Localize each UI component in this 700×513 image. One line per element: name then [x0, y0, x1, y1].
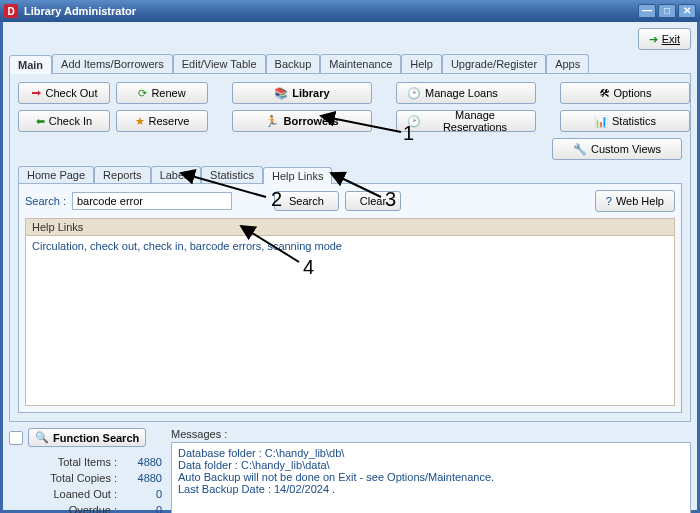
- reserve-button[interactable]: ★Reserve: [116, 110, 208, 132]
- main-panel: ⮕Check Out ⟳Renew 📚Library 🕑Manage Loans…: [9, 74, 691, 422]
- tab-maintenance[interactable]: Maintenance: [320, 54, 401, 73]
- manage-loans-button[interactable]: 🕑Manage Loans: [396, 82, 536, 104]
- tab-add-items-borrowers[interactable]: Add Items/Borrowers: [52, 54, 173, 73]
- check-out-button[interactable]: ⮕Check Out: [18, 82, 110, 104]
- help-links-panel: Search : Search Clear ?Web Help Help Lin…: [18, 184, 682, 413]
- wrench-icon: 🛠: [599, 87, 610, 99]
- result-row[interactable]: Circulation, check out, check in, barcod…: [32, 240, 668, 252]
- messages-label: Messages :: [171, 428, 691, 440]
- tab-edit-view-table[interactable]: Edit/View Table: [173, 54, 266, 73]
- views-icon: 🔧: [573, 143, 587, 156]
- library-button[interactable]: 📚Library: [232, 82, 372, 104]
- clear-button[interactable]: Clear: [345, 191, 401, 211]
- library-icon: 📚: [274, 87, 288, 100]
- clock-icon: 🕑: [407, 87, 421, 100]
- tab-upgrade-register[interactable]: Upgrade/Register: [442, 54, 546, 73]
- search-label: Search :: [25, 195, 66, 207]
- stat-row: Total Copies :4880: [11, 471, 163, 485]
- web-help-button[interactable]: ?Web Help: [595, 190, 675, 212]
- tab-labels[interactable]: Labels: [151, 166, 201, 183]
- borrower-icon: 🏃: [265, 115, 279, 128]
- window-title: Library Administrator: [24, 5, 136, 17]
- reserve-icon: ★: [135, 115, 145, 128]
- renew-icon: ⟳: [138, 87, 147, 100]
- help-icon: ?: [606, 195, 612, 207]
- footer: 🔍 Function Search Total Items :4880 Tota…: [9, 428, 691, 513]
- message-line: Auto Backup will not be done on Exit - s…: [178, 471, 684, 483]
- app-icon: D: [4, 4, 18, 18]
- stats-icon: 📊: [594, 115, 608, 128]
- exit-label: Exit: [662, 33, 680, 45]
- titlebar: D Library Administrator — □ ✕: [0, 0, 700, 22]
- tab-reports[interactable]: Reports: [94, 166, 151, 183]
- tab-main[interactable]: Main: [9, 55, 52, 74]
- search-button[interactable]: Search: [274, 191, 339, 211]
- message-line: Last Backup Date : 14/02/2024 .: [178, 483, 684, 495]
- stat-row: Loaned Out :0: [11, 487, 163, 501]
- message-line: Database folder : C:\handy_lib\db\: [178, 447, 684, 459]
- tab-help[interactable]: Help: [401, 54, 442, 73]
- statistics-button[interactable]: 📊Statistics: [560, 110, 690, 132]
- search-icon: 🔍: [35, 431, 49, 444]
- exit-icon: ➔: [649, 33, 658, 46]
- borrowers-button[interactable]: 🏃Borrowers: [232, 110, 372, 132]
- messages-box[interactable]: Database folder : C:\handy_lib\db\ Data …: [171, 442, 691, 513]
- message-line: Data folder : C:\handy_lib\data\: [178, 459, 684, 471]
- clock-icon-2: 🕑: [407, 115, 421, 128]
- renew-button[interactable]: ⟳Renew: [116, 82, 208, 104]
- sub-tabs: Home Page Reports Labels Statistics Help…: [18, 166, 682, 184]
- tab-help-links[interactable]: Help Links: [263, 167, 332, 184]
- close-button[interactable]: ✕: [678, 4, 696, 18]
- options-button[interactable]: 🛠Options: [560, 82, 690, 104]
- mini-icon: [9, 431, 23, 445]
- results-header: Help Links: [25, 218, 675, 236]
- search-input[interactable]: [72, 192, 232, 210]
- function-search-button[interactable]: 🔍 Function Search: [28, 428, 146, 447]
- minimize-button[interactable]: —: [638, 4, 656, 18]
- custom-views-button[interactable]: 🔧Custom Views: [552, 138, 682, 160]
- manage-reservations-button[interactable]: 🕑Manage Reservations: [396, 110, 536, 132]
- tab-home-page[interactable]: Home Page: [18, 166, 94, 183]
- maximize-button[interactable]: □: [658, 4, 676, 18]
- main-tabs: Main Add Items/Borrowers Edit/View Table…: [9, 54, 691, 74]
- exit-button[interactable]: ➔ Exit: [638, 28, 691, 50]
- check-in-icon: ⬅: [36, 115, 45, 128]
- check-out-icon: ⮕: [31, 87, 42, 99]
- tab-apps[interactable]: Apps: [546, 54, 589, 73]
- stat-row: Overdue :0: [11, 503, 163, 513]
- stat-row: Total Items :4880: [11, 455, 163, 469]
- tab-statistics[interactable]: Statistics: [201, 166, 263, 183]
- stats-table: Total Items :4880 Total Copies :4880 Loa…: [9, 453, 165, 513]
- results-list[interactable]: Circulation, check out, check in, barcod…: [25, 236, 675, 406]
- check-in-button[interactable]: ⬅Check In: [18, 110, 110, 132]
- tab-backup[interactable]: Backup: [266, 54, 321, 73]
